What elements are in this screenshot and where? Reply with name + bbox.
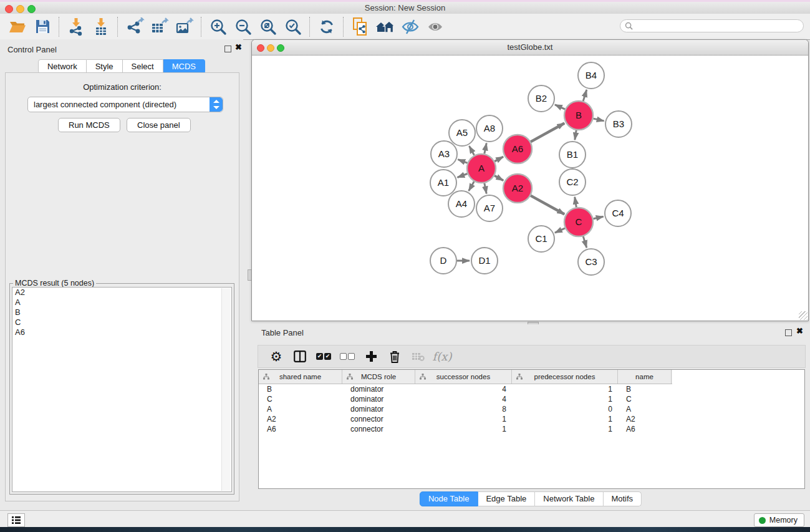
cell-successor-nodes[interactable]: 8: [415, 405, 512, 414]
edge-B-B1[interactable]: [575, 130, 576, 140]
network-window-titlebar[interactable]: testGlobe.txt: [252, 40, 808, 56]
function-builder-button[interactable]: f(x): [430, 347, 454, 366]
cell-predecessor-nodes[interactable]: 1: [512, 425, 618, 433]
edge-A-A7[interactable]: [485, 183, 486, 194]
search-field[interactable]: [620, 19, 804, 32]
close-panel-button[interactable]: Close panel: [127, 118, 191, 132]
float-panel-icon[interactable]: [224, 46, 231, 52]
edge-A-A5[interactable]: [470, 146, 475, 155]
zoom-selected-button[interactable]: [281, 16, 306, 37]
edge-A-A6[interactable]: [494, 157, 503, 161]
table-settings-button[interactable]: ⚙: [264, 347, 288, 366]
node-B2[interactable]: B2: [528, 85, 554, 112]
show-panel-list-button[interactable]: [7, 513, 25, 527]
node-A1[interactable]: A1: [430, 170, 456, 196]
node-A3[interactable]: A3: [431, 141, 457, 167]
criterion-dropdown[interactable]: largest connected component (directed): [27, 97, 223, 112]
node-A6[interactable]: A6: [503, 135, 532, 163]
node-A8[interactable]: A8: [476, 115, 503, 142]
column-header-predecessor-nodes[interactable]: predecessor nodes: [512, 370, 618, 384]
cell-name[interactable]: A6: [618, 425, 672, 433]
cell-name[interactable]: A2: [618, 415, 672, 423]
column-header-MCDS-role[interactable]: MCDS role: [342, 370, 415, 384]
node-C3[interactable]: C3: [578, 249, 604, 275]
edge-C-C4[interactable]: [593, 216, 603, 219]
new-network-from-selection-button[interactable]: [348, 16, 373, 37]
tab-motifs[interactable]: Motifs: [603, 491, 642, 506]
node-B4[interactable]: B4: [578, 62, 604, 89]
hide-selected-button[interactable]: [398, 16, 423, 37]
node-C4[interactable]: C4: [605, 200, 631, 226]
table-row[interactable]: Bdominator41B: [259, 384, 804, 394]
node-A2[interactable]: A2: [503, 174, 532, 203]
mcds-result-item[interactable]: A2: [12, 288, 231, 297]
edge-A-A3[interactable]: [458, 160, 467, 163]
cell-shared-name[interactable]: B: [259, 385, 342, 394]
zoom-fit-button[interactable]: [256, 16, 281, 37]
close-panel-icon[interactable]: ✖: [235, 42, 242, 52]
export-image-button[interactable]: [172, 16, 197, 37]
export-network-button[interactable]: [122, 16, 147, 37]
node-A[interactable]: A: [467, 154, 496, 183]
run-mcds-button[interactable]: Run MCDS: [58, 118, 120, 132]
table-row[interactable]: A6connector11A6: [259, 424, 804, 434]
node-A7[interactable]: A7: [476, 195, 503, 221]
memory-button[interactable]: Memory: [754, 513, 804, 527]
column-header-name[interactable]: name: [618, 370, 672, 384]
table-row[interactable]: Cdominator41C: [259, 394, 804, 404]
open-session-button[interactable]: [5, 16, 30, 37]
node-B[interactable]: B: [564, 101, 593, 130]
node-B3[interactable]: B3: [605, 111, 632, 137]
save-session-button[interactable]: [30, 16, 55, 37]
cell-MCDS-role[interactable]: dominator: [342, 395, 415, 404]
close-panel-icon[interactable]: ✖: [796, 326, 803, 336]
tab-node-table[interactable]: Node Table: [420, 491, 478, 506]
show-all-button[interactable]: [423, 16, 448, 37]
mcds-result-list[interactable]: A2ABCA6: [12, 287, 232, 492]
edge-A-A2[interactable]: [494, 176, 503, 181]
cell-name[interactable]: B: [618, 385, 672, 394]
network-graph-canvas[interactable]: A A1 A2 A3 A4 A5 A6 A7 A8 B B1 B2 B3: [253, 56, 808, 320]
import-table-button[interactable]: [89, 16, 113, 37]
cell-shared-name[interactable]: A: [259, 405, 342, 414]
cell-MCDS-role[interactable]: connector: [342, 425, 415, 433]
node-A4[interactable]: A4: [448, 191, 475, 217]
edge-A-A4[interactable]: [469, 181, 475, 191]
deselect-all-button[interactable]: [335, 347, 359, 366]
cell-shared-name[interactable]: A6: [259, 425, 342, 433]
edge-B-B2[interactable]: [555, 105, 565, 109]
refresh-layout-button[interactable]: [314, 16, 339, 37]
cell-successor-nodes[interactable]: 4: [415, 395, 512, 404]
delete-columns-button[interactable]: [383, 347, 407, 366]
cell-predecessor-nodes[interactable]: 1: [512, 385, 618, 394]
export-table-button[interactable]: [147, 16, 172, 37]
cell-successor-nodes[interactable]: 1: [415, 425, 512, 433]
session-titlebar[interactable]: Session: New Session: [0, 2, 810, 14]
mcds-result-item[interactable]: A6: [12, 327, 231, 337]
cell-predecessor-nodes[interactable]: 1: [512, 415, 618, 423]
node-C2[interactable]: C2: [559, 169, 586, 195]
column-header-successor-nodes[interactable]: successor nodes: [415, 370, 512, 384]
node-C1[interactable]: C1: [528, 226, 554, 252]
node-D1[interactable]: D1: [471, 248, 498, 274]
cell-name[interactable]: C: [618, 395, 672, 404]
delete-table-button[interactable]: [407, 347, 430, 366]
add-column-button[interactable]: [359, 347, 383, 366]
zoom-out-button[interactable]: [231, 16, 256, 37]
scrollbar-track[interactable]: [221, 288, 231, 491]
edge-C-C1[interactable]: [555, 228, 565, 233]
cell-name[interactable]: A: [618, 405, 672, 414]
edge-A2-C[interactable]: [531, 196, 564, 215]
table-row[interactable]: Adominator80A: [259, 404, 804, 414]
tab-edge-table[interactable]: Edge Table: [478, 491, 535, 506]
edge-A-A8[interactable]: [485, 143, 486, 154]
edge-B-B4[interactable]: [583, 90, 587, 101]
search-input[interactable]: [633, 21, 791, 31]
node-D[interactable]: D: [430, 248, 456, 274]
tab-network[interactable]: Network: [38, 59, 87, 74]
node-B1[interactable]: B1: [559, 142, 586, 168]
resize-grip-icon[interactable]: [799, 311, 808, 320]
zoom-in-button[interactable]: [206, 16, 231, 37]
edge-A-A1[interactable]: [458, 174, 468, 178]
cell-MCDS-role[interactable]: connector: [342, 415, 415, 423]
